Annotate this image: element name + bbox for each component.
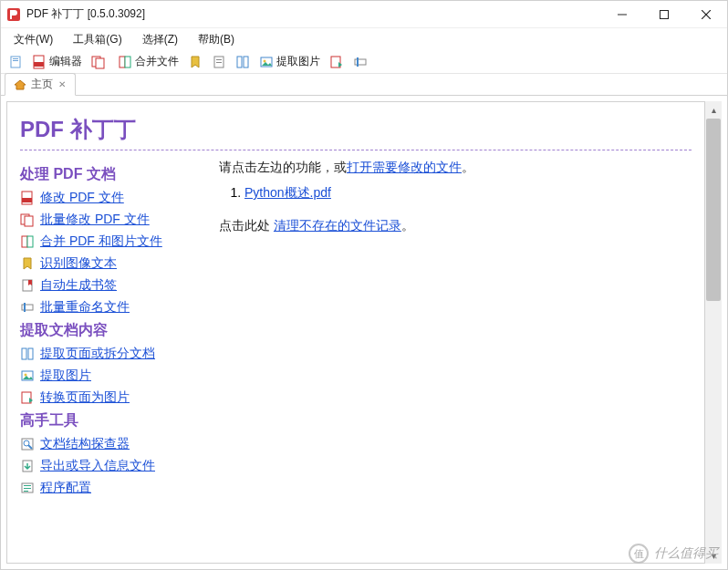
batch-icon <box>20 212 35 227</box>
title-bar: PDF 补丁丁 [0.5.0.3092] <box>1 1 727 28</box>
ocr-icon <box>20 256 35 271</box>
section-advanced-title: 高手工具 <box>20 411 203 430</box>
svg-rect-18 <box>244 57 248 67</box>
toolbar-btn-f[interactable] <box>349 53 371 71</box>
svg-rect-44 <box>24 488 31 489</box>
tab-home[interactable]: 主页 ✕ <box>5 73 76 96</box>
svg-rect-27 <box>25 216 33 226</box>
link-bookmarks[interactable]: 自动生成书签 <box>40 277 117 294</box>
right-panel: 请点击左边的功能，或打开需要修改的文件。 Python概述.pdf 点击此处 清… <box>219 160 692 496</box>
toolbar-batch[interactable] <box>88 53 112 71</box>
toolbar-extract-img[interactable]: 提取图片 <box>255 52 324 71</box>
tab-home-label: 主页 <box>31 77 53 92</box>
split-icon <box>235 55 250 69</box>
link-clean-records[interactable]: 清理不存在的文件记录 <box>274 218 401 233</box>
link-ocr[interactable]: 识别图像文本 <box>40 255 117 272</box>
menu-toolbox[interactable]: 工具箱(G) <box>64 30 130 49</box>
link-rename[interactable]: 批量重命名文件 <box>40 299 130 316</box>
link-batch-modify[interactable]: 批量修改 PDF 文件 <box>40 212 150 228</box>
maximize-button[interactable] <box>643 1 685 28</box>
svg-rect-13 <box>125 57 130 67</box>
link-open-file[interactable]: 打开需要修改的文件 <box>347 160 462 174</box>
link-export[interactable]: 导出或导入信息文件 <box>40 458 155 474</box>
intro-pre: 请点击左边的功能，或 <box>219 160 347 174</box>
bookmark-icon <box>188 55 203 69</box>
convert-icon <box>20 390 35 405</box>
svg-rect-11 <box>96 58 104 68</box>
svg-rect-33 <box>22 348 26 359</box>
svg-rect-9 <box>34 62 44 67</box>
content-area: PDF 补丁丁 处理 PDF 文档 修改 PDF 文件 批量修改 PDF 文件 … <box>1 96 727 569</box>
home-page: PDF 补丁丁 处理 PDF 文档 修改 PDF 文件 批量修改 PDF 文件 … <box>6 101 705 564</box>
link-inspector[interactable]: 文档结构探查器 <box>40 436 130 452</box>
recent-file-1[interactable]: Python概述.pdf <box>244 185 331 200</box>
doc-icon <box>212 55 226 69</box>
scroll-track[interactable] <box>705 302 722 547</box>
config-icon <box>20 481 35 495</box>
toolbar-btn-d[interactable] <box>232 53 254 71</box>
link-config[interactable]: 程序配置 <box>40 480 91 496</box>
svg-rect-15 <box>216 59 222 60</box>
toolbar-btn-c[interactable] <box>208 53 230 71</box>
rename-icon <box>353 55 368 69</box>
link-extract-images[interactable]: 提取图片 <box>40 368 91 384</box>
image-icon <box>259 55 274 69</box>
close-button[interactable] <box>685 1 727 28</box>
vertical-scrollbar[interactable]: ▴ ▾ <box>705 101 722 564</box>
pdf-icon <box>20 191 35 205</box>
clean-pre: 点击此处 <box>219 218 274 233</box>
rename-icon <box>20 300 35 315</box>
batch-icon <box>91 55 106 69</box>
menu-help[interactable]: 帮助(B) <box>189 30 244 49</box>
intro-text: 请点击左边的功能，或打开需要修改的文件。 <box>219 160 692 176</box>
clean-post: 。 <box>401 218 414 233</box>
page-icon <box>8 55 23 69</box>
svg-rect-32 <box>24 303 26 312</box>
page-title: PDF 补丁丁 <box>20 115 692 144</box>
convert-icon <box>329 55 344 69</box>
section-extract-title: 提取文档内容 <box>20 321 203 340</box>
menu-select[interactable]: 选择(Z) <box>133 30 187 49</box>
toolbar-btn-a[interactable] <box>5 53 26 71</box>
window-title: PDF 补丁丁 [0.5.0.3092] <box>26 6 601 22</box>
toolbar-merge[interactable]: 合并文件 <box>114 52 182 71</box>
svg-rect-43 <box>24 485 31 486</box>
export-icon <box>20 459 35 473</box>
scroll-thumb[interactable] <box>706 119 721 301</box>
pdf-icon <box>32 55 47 69</box>
recent-files-list: Python概述.pdf <box>244 185 692 202</box>
svg-rect-45 <box>24 491 28 492</box>
toolbar-editor-label: 编辑器 <box>49 54 82 69</box>
tab-strip: 主页 ✕ <box>1 74 727 96</box>
toolbar: 编辑器 合并文件 提取图片 <box>1 50 727 74</box>
app-window: PDF 补丁丁 [0.5.0.3092] 文件(W) 工具箱(G) 选择(Z) … <box>0 0 728 570</box>
link-convert-pages[interactable]: 转换页面为图片 <box>40 389 130 406</box>
svg-rect-28 <box>22 236 27 247</box>
scroll-down-button[interactable]: ▾ <box>705 547 722 564</box>
tab-close-button[interactable]: ✕ <box>57 79 68 89</box>
svg-rect-29 <box>27 236 33 247</box>
image-icon <box>20 368 35 383</box>
toolbar-btn-b[interactable] <box>184 53 206 71</box>
toolbar-editor[interactable]: 编辑器 <box>28 52 86 71</box>
inspector-icon <box>20 437 35 451</box>
link-extract-pages[interactable]: 提取页面或拆分文档 <box>40 346 155 362</box>
menu-file[interactable]: 文件(W) <box>5 30 62 49</box>
clean-text: 点击此处 清理不存在的文件记录。 <box>219 218 692 234</box>
bookmark-gen-icon <box>20 278 35 293</box>
intro-post: 。 <box>462 160 474 174</box>
svg-rect-16 <box>216 62 222 63</box>
link-merge[interactable]: 合并 PDF 和图片文件 <box>40 233 162 250</box>
divider <box>20 150 692 150</box>
scroll-up-button[interactable]: ▴ <box>705 101 722 118</box>
svg-rect-23 <box>357 57 359 67</box>
svg-rect-22 <box>355 59 366 65</box>
home-icon <box>13 78 27 92</box>
merge-icon <box>118 55 132 69</box>
minimize-button[interactable] <box>601 1 643 28</box>
split-icon <box>20 347 35 361</box>
toolbar-btn-e[interactable] <box>326 53 348 71</box>
svg-rect-31 <box>22 305 33 310</box>
svg-rect-17 <box>237 57 242 67</box>
link-modify-pdf[interactable]: 修改 PDF 文件 <box>40 190 124 206</box>
